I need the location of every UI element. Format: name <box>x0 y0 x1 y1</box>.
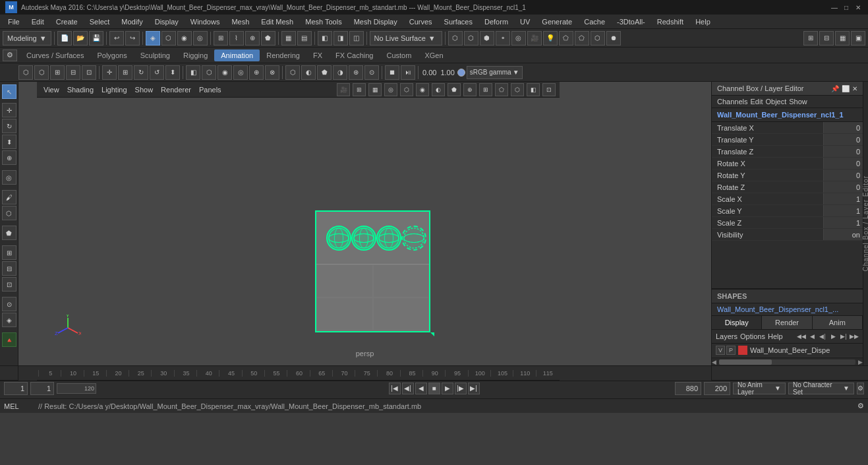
anim-end-input[interactable] <box>704 382 730 395</box>
menu-surfaces[interactable]: Surfaces <box>439 16 478 27</box>
render-region-btn[interactable]: ▦ <box>281 31 296 46</box>
play-back-btn[interactable]: ◀ <box>415 383 427 394</box>
layers-options-menu[interactable]: Options <box>740 332 765 340</box>
sel-child-btn[interactable]: ◨ <box>333 31 348 46</box>
undo-btn[interactable]: ↩ <box>109 31 124 46</box>
lasso-btn[interactable]: ⬡ <box>161 31 176 46</box>
layout-btn4[interactable]: ▣ <box>851 31 865 46</box>
playback-btn2[interactable]: ⏯ <box>401 65 415 80</box>
cb-show-menu[interactable]: Show <box>789 98 807 106</box>
quick-render-btn[interactable]: 🔺 <box>2 332 16 347</box>
cb-value-rx[interactable]: 0 <box>823 158 863 169</box>
anim-key4[interactable]: ◎ <box>233 65 248 80</box>
vp-res-btn[interactable]: ⊞ <box>479 83 492 96</box>
frame-start-input[interactable] <box>4 382 28 395</box>
icon-layout-btn[interactable]: ⊟ <box>2 261 16 276</box>
menu-mesh-tools[interactable]: Mesh Tools <box>300 16 347 27</box>
view-menu-lighting[interactable]: Lighting <box>99 85 130 94</box>
layer-icon-4[interactable]: ▶ <box>828 332 838 341</box>
layer-visible-btn[interactable]: V <box>716 346 725 355</box>
anim-move[interactable]: ✛ <box>102 65 117 80</box>
menu-generate[interactable]: Generate <box>536 16 577 27</box>
layer-icon-3[interactable]: ◀| <box>818 332 827 341</box>
cb-value-ty[interactable]: 0 <box>823 134 863 145</box>
constraint-btn3[interactable]: ⬟ <box>317 65 332 80</box>
softsel-btn[interactable]: ◎ <box>193 31 208 46</box>
anim-key1[interactable]: ◧ <box>186 65 200 80</box>
vp-grid-btn[interactable]: ⊞ <box>353 83 366 96</box>
light-btn[interactable]: 💡 <box>543 31 558 46</box>
paint-sel-btn[interactable]: 🖌 <box>2 190 16 204</box>
view-menu-shading[interactable]: Shading <box>65 85 96 94</box>
tab-fx[interactable]: FX <box>306 49 329 61</box>
layer-icon-1[interactable]: ◀◀ <box>797 332 806 341</box>
anim-btn2[interactable]: ⬡ <box>34 65 49 80</box>
menu-deform[interactable]: Deform <box>479 16 513 27</box>
layers-menu[interactable]: Layers <box>716 332 738 340</box>
move-tool-btn[interactable]: ✛ <box>2 103 16 117</box>
constraint-btn1[interactable]: ⬡ <box>285 65 300 80</box>
constraint-btn5[interactable]: ⊛ <box>349 65 363 80</box>
anim-btn1[interactable]: ⬡ <box>18 65 33 80</box>
cb-value-ry[interactable]: 0 <box>823 170 863 181</box>
menu-curves[interactable]: Curves <box>404 16 438 27</box>
play-skip-end-btn[interactable]: ▶| <box>468 383 480 394</box>
constraint-btn2[interactable]: ◐ <box>301 65 316 80</box>
view-menu-show[interactable]: Show <box>132 85 156 94</box>
maximize-button[interactable]: □ <box>842 3 851 12</box>
layout-btn3[interactable]: ▦ <box>835 31 850 46</box>
vp-hw-btn[interactable]: ⬡ <box>511 83 524 96</box>
cb-value-sz[interactable]: 1 <box>823 217 863 228</box>
menu-edit-mesh[interactable]: Edit Mesh <box>256 16 299 27</box>
new-scene-btn[interactable]: 📄 <box>57 31 72 46</box>
tab-polygons[interactable]: Polygons <box>90 49 133 61</box>
view-menu-panels[interactable]: Panels <box>196 85 224 94</box>
cb-object-menu[interactable]: Object <box>765 98 786 106</box>
tab-sculpting[interactable]: Sculpting <box>134 49 177 61</box>
anim-range-end-input[interactable] <box>675 382 701 395</box>
menu-file[interactable]: File <box>3 16 25 27</box>
icon-grid-btn[interactable]: ⊞ <box>2 245 16 260</box>
layer-reference-btn[interactable]: P <box>726 346 736 355</box>
vp-shader-btn[interactable]: ⬟ <box>448 83 461 96</box>
menu-uv[interactable]: UV <box>515 16 535 27</box>
anim-btn4[interactable]: ⊟ <box>66 65 80 80</box>
redo-btn[interactable]: ↪ <box>125 31 140 46</box>
menu-mesh-display[interactable]: Mesh Display <box>349 16 403 27</box>
anim-layer-dropdown[interactable]: No Anim Layer ▼ <box>733 383 786 394</box>
cb-channels-menu[interactable]: Channels <box>717 98 747 106</box>
tab-animation[interactable]: Animation <box>214 49 260 61</box>
menu-3dtoall[interactable]: -3DtoAll- <box>612 16 651 27</box>
menu-display[interactable]: Display <box>150 16 184 27</box>
anim-key3[interactable]: ◉ <box>217 65 232 80</box>
extra-btn6[interactable]: ⬠ <box>559 31 573 46</box>
lasso-sel-btn[interactable]: ⬡ <box>2 206 16 220</box>
tab-xgen[interactable]: XGen <box>418 49 449 61</box>
snap-surface-btn[interactable]: ⬟ <box>261 31 275 46</box>
extra-btn9[interactable]: ⏺ <box>606 31 621 46</box>
vp-shadow-btn[interactable]: ◐ <box>432 83 445 96</box>
constraint-btn4[interactable]: ◑ <box>333 65 347 80</box>
viewport[interactable]: View Shading Lighting Show Renderer Pane… <box>18 82 711 365</box>
vp-wireframe-btn[interactable]: ▦ <box>368 83 382 96</box>
save-btn[interactable]: 💾 <box>89 31 103 46</box>
view-menu-view[interactable]: View <box>41 85 62 94</box>
frame-current-input[interactable] <box>30 382 54 395</box>
menu-mesh[interactable]: Mesh <box>226 16 254 27</box>
cb-scrollbar-thumb[interactable] <box>719 359 772 365</box>
menu-edit[interactable]: Edit <box>26 16 49 27</box>
anim-scale[interactable]: ⬍ <box>165 65 180 80</box>
menu-select[interactable]: Select <box>84 16 115 27</box>
attribute-editor-panel[interactable]: Channel Box / Layer Editor <box>863 82 868 365</box>
snap-grid-btn[interactable]: ⊞ <box>214 31 228 46</box>
close-button[interactable]: ✕ <box>854 3 863 12</box>
play-step-back-btn[interactable]: ◀| <box>402 383 414 394</box>
extra-btn7[interactable]: ⬠ <box>575 31 589 46</box>
select-tool-btn[interactable]: ↖ <box>2 84 16 99</box>
scene-sel-btn[interactable]: ◧ <box>318 31 332 46</box>
scroll-right-btn[interactable]: ▶ <box>858 359 863 365</box>
universal-tool-btn[interactable]: ⊕ <box>2 150 16 165</box>
anim-key6[interactable]: ⊗ <box>265 65 279 80</box>
open-btn[interactable]: 📂 <box>73 31 88 46</box>
play-skip-start-btn[interactable]: |◀ <box>389 383 401 394</box>
